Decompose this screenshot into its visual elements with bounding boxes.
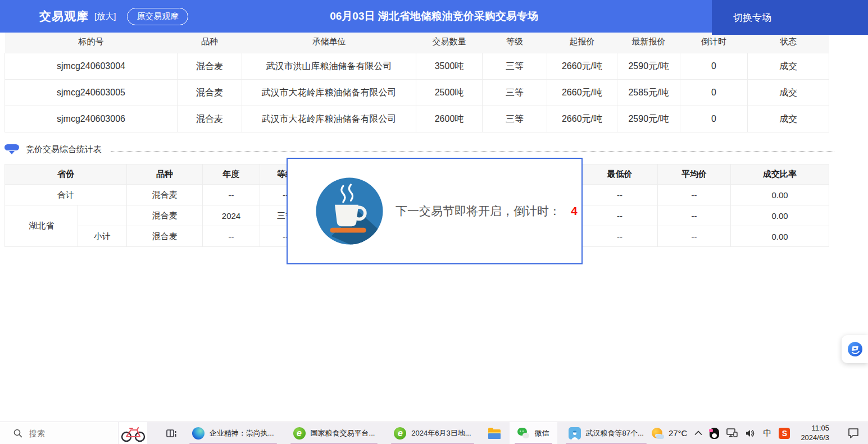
col-variety: 品种 (127, 164, 203, 185)
taskbar-tab-grain-app[interactable]: 武汉粮食等87个... (561, 422, 652, 444)
quantity: 3500吨 (416, 53, 483, 80)
countdown: 0 (680, 53, 748, 80)
clock-time: 11:05 (801, 424, 829, 433)
avg-price: -- (658, 205, 731, 226)
province-label: 湖北省 (5, 205, 78, 247)
col-latest-price: 最新报价 (617, 31, 680, 53)
min-price: -- (582, 205, 658, 226)
bicycle-icon (120, 424, 147, 442)
col-min-price: 最低价 (582, 164, 658, 185)
section-badge-icon (4, 144, 19, 155)
open-window-indicator (566, 443, 647, 444)
screen: 交易观摩 [放大] 原交易观摩 06月03日 湖北省地储粮油竞价采购交易专场 切… (0, 0, 868, 444)
latest-price: 2590元/吨 (617, 106, 680, 132)
depot: 武汉市大花岭库粮油储备有限公司 (242, 106, 416, 132)
start-price: 2660元/吨 (547, 80, 617, 106)
taskbar-tab-auction-page[interactable]: e 2024年6月3日地... (386, 422, 479, 444)
countdown-message: 下一交易节即将开启，倒计时： (396, 203, 561, 219)
start-price: 2660元/吨 (547, 106, 617, 132)
grade: 三等 (483, 53, 547, 80)
scope-label: 合计 (5, 185, 127, 205)
header-left-group: 交易观摩 [放大] 原交易观摩 (39, 0, 188, 33)
deal-ratio: 0.00 (731, 226, 829, 247)
start-price: 2660元/吨 (547, 53, 617, 80)
zoom-toggle-link[interactable]: [放大] (94, 11, 116, 22)
qq-tray-item[interactable] (710, 428, 719, 439)
grade: 三等 (483, 80, 547, 106)
notification-center-button[interactable] (848, 428, 859, 438)
clock-date: 2024/6/3 (801, 433, 829, 443)
browser-360-icon: e (293, 427, 306, 440)
search-icon (13, 429, 22, 438)
tray-expand-button[interactable] (694, 431, 702, 436)
year: -- (203, 185, 260, 205)
task-view-button[interactable] (162, 422, 180, 444)
ime-indicator[interactable]: 中 (763, 428, 771, 438)
weather-widget[interactable]: 27°C (652, 427, 688, 440)
volume-icon (745, 429, 756, 438)
chevron-up-icon (694, 431, 702, 436)
latest-price: 2585元/吨 (617, 80, 680, 106)
grade: 三等 (483, 106, 547, 132)
countdown: 0 (680, 106, 748, 132)
table-row: sjmcg240603004 混合麦 武汉市洪山库粮油储备有限公司 3500吨 … (5, 53, 829, 80)
depot: 武汉市大花岭库粮油储备有限公司 (242, 80, 416, 106)
switch-session-button[interactable]: 切换专场 (712, 0, 868, 35)
col-province: 省份 (5, 164, 127, 185)
wechat-icon (517, 427, 530, 440)
sogou-icon: S (779, 428, 790, 439)
variety: 混合麦 (127, 185, 203, 205)
countdown-dialog: 下一交易节即将开启，倒计时： 4 (287, 158, 583, 264)
notification-icon (848, 428, 859, 438)
lot-id: sjmcg240603006 (5, 106, 178, 132)
variety: 混合麦 (178, 53, 242, 80)
grain-app-icon (569, 427, 581, 440)
floating-assistant-button[interactable] (842, 335, 868, 363)
task-view-icon (166, 428, 177, 439)
assistant-icon (847, 341, 864, 358)
countdown-value: 4 (571, 204, 578, 218)
folder-icon (488, 429, 501, 439)
table-header-row: 标的号 品种 承储单位 交易数量 等级 起报价 最新报价 倒计时 状态 (5, 31, 829, 53)
avg-price: -- (658, 226, 731, 247)
deal-ratio: 0.00 (731, 185, 829, 205)
deal-ratio: 0.00 (731, 205, 829, 226)
network-tray-item[interactable] (726, 428, 738, 438)
original-view-button[interactable]: 原交易观摩 (127, 8, 188, 25)
browser-360-icon: e (394, 427, 406, 440)
col-variety: 品种 (178, 31, 242, 53)
col-grade: 等级 (483, 31, 547, 53)
avg-price: -- (658, 185, 731, 205)
qq-penguin-icon (710, 428, 719, 439)
tab-label: 国家粮食交易平台... (311, 428, 375, 438)
search-input[interactable] (29, 429, 97, 438)
col-avg-price: 平均价 (658, 164, 731, 185)
open-window-indicator (515, 443, 552, 444)
temperature-label: 27°C (669, 428, 688, 438)
sogou-tray-item[interactable]: S (779, 428, 790, 439)
table-row: sjmcg240603006 混合麦 武汉市大花岭库粮油储备有限公司 2600吨… (5, 106, 829, 132)
system-tray: 27°C (652, 424, 868, 443)
variety: 混合麦 (127, 205, 203, 226)
lot-id: sjmcg240603005 (5, 80, 178, 106)
col-start-price: 起报价 (547, 31, 617, 53)
status-badge: 成交 (748, 53, 829, 80)
volume-tray-item[interactable] (745, 429, 756, 438)
taskbar-tab-wechat[interactable]: 微信 (510, 422, 557, 444)
stats-section-header: 竞价交易综合统计表 (4, 139, 864, 159)
tab-label: 武汉粮食等87个... (586, 428, 644, 438)
col-lot-id: 标的号 (5, 31, 178, 53)
taskbar-tab-edge[interactable]: 企业精神：崇尚执... (184, 422, 282, 444)
taskbar-file-explorer[interactable] (483, 422, 506, 444)
year: 2024 (203, 205, 260, 226)
stats-section-title: 竞价交易综合统计表 (26, 144, 102, 155)
taskbar-search[interactable] (0, 422, 119, 444)
min-price: -- (582, 226, 658, 247)
search-highlight-bike-thumbnail[interactable] (119, 422, 148, 444)
taskbar-tab-grain-platform[interactable]: e 国家粮食交易平台... (285, 422, 383, 444)
taskbar-clock[interactable]: 11:05 2024/6/3 (801, 424, 829, 443)
ime-label: 中 (763, 428, 771, 438)
switch-session-label: 切换专场 (733, 11, 771, 24)
sub-label: 小计 (78, 226, 127, 247)
variety: 混合麦 (127, 226, 203, 247)
